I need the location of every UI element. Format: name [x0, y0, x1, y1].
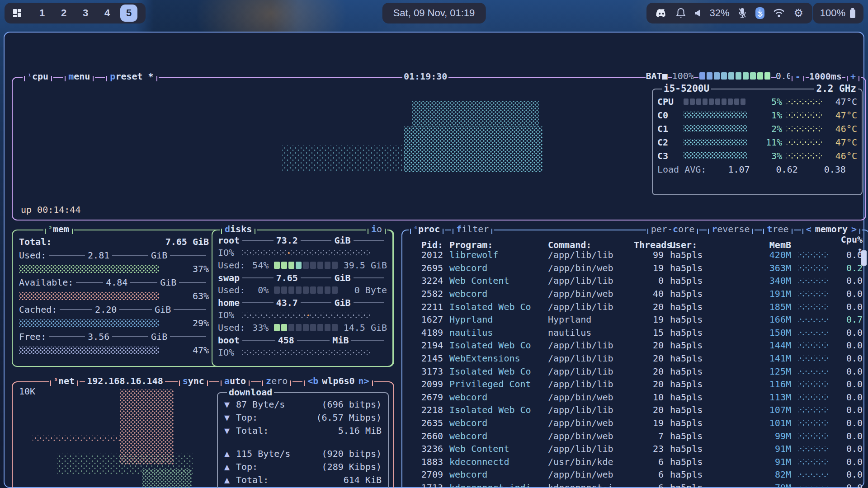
process-row[interactable]: 1627HyprlandHyprland19ha5pls166M0.7 [407, 313, 857, 326]
process-row[interactable]: 2218Isolated Web Co/app/lib/lib20ha5pls1… [407, 404, 857, 417]
process-row[interactable]: 1713kdeconnect-indikdeconnect-i6ha5pls79… [407, 481, 857, 488]
threads-cell: 15 [634, 327, 664, 338]
memory-cell: 185M [731, 301, 791, 312]
process-row[interactable]: 2709webcord/app/bin/web6ha5pls82M0.0 [407, 468, 857, 481]
mem-usage-meter [19, 292, 159, 300]
discord-icon[interactable] [656, 9, 667, 18]
process-row[interactable]: 3224Web Content/app/lib/lib0ha5pls340M0.… [407, 274, 857, 287]
threads-cell: 19 [634, 263, 664, 273]
cpu-percent-cell: 0.0 [835, 327, 863, 338]
sync-button[interactable]: sync [178, 375, 209, 386]
mic-muted-icon[interactable] [738, 8, 747, 19]
core-temperature: 47°C [826, 96, 857, 107]
command-cell: Hyprland [548, 314, 634, 325]
workspace-button-1[interactable]: 1 [33, 5, 51, 22]
process-row[interactable]: 2012librewolf/app/lib/lib99ha5pls420M0.0 [407, 249, 857, 262]
process-row[interactable]: 2679webcord/app/bin/web10ha5pls113M0.0 [407, 391, 857, 404]
process-row[interactable]: 2635webcord/app/bin/web19ha5pls101M0.0 [407, 417, 857, 430]
disk-io-graph [242, 313, 370, 318]
program-cell: webcord [443, 431, 548, 441]
cpu-history-graph [791, 459, 835, 465]
process-row[interactable]: 2695webcord/app/bin/web19ha5pls363M0.2 [407, 262, 857, 275]
tab-proc[interactable]: ⁴proc [409, 224, 445, 235]
cpu-usage-graph [404, 127, 542, 172]
program-cell: webcord [443, 288, 548, 299]
memory-cell: 91M [731, 456, 791, 467]
desktop: 12345 Sat, 09 Nov, 01:19 32% ⚙ [0, 0, 868, 488]
process-row[interactable]: 2211Isolated Web Co/app/lib/lib20ha5pls1… [407, 300, 857, 313]
process-row[interactable]: 1883kdeconnectd/usr/bin/kde6ha5pls91M0.0 [407, 455, 857, 469]
process-row[interactable]: 2194Isolated Web Co/app/lib/lib20ha5pls1… [407, 339, 857, 352]
process-row[interactable]: 2582webcord/app/bin/web40ha5pls191M0.0 [407, 287, 857, 300]
process-row[interactable]: 4189nautilusnautilus15ha5pls150M0.0 [407, 326, 857, 339]
core-name: C2 [657, 137, 684, 148]
program-cell: Isolated Web Co [443, 366, 548, 377]
load-avg-15m: 0.38 [824, 164, 846, 175]
process-row[interactable]: 3173Isolated Web Co/app/lib/lib20ha5pls1… [407, 365, 857, 378]
reverse-toggle[interactable]: reverse [707, 224, 755, 235]
disk-size-unit: MiB [332, 335, 349, 346]
app-launcher-icon[interactable] [13, 9, 22, 18]
disk-used-meter [274, 262, 338, 269]
threads-cell: 10 [634, 392, 664, 403]
workspace-button-4[interactable]: 4 [99, 5, 116, 22]
program-cell: webcord [443, 392, 548, 403]
pid-cell: 1713 [407, 482, 443, 488]
bluetooth-icon[interactable] [755, 7, 764, 19]
threads-cell: 19 [634, 418, 664, 428]
program-cell: Web Content [443, 275, 548, 286]
used-label: Used: [218, 260, 245, 271]
workspace-button-2[interactable]: 2 [55, 5, 72, 22]
memory-cell: 113M [731, 392, 791, 403]
process-scrollbar[interactable] [861, 250, 867, 266]
interval-minus-button[interactable]: - [790, 71, 806, 82]
tree-toggle[interactable]: tree [762, 224, 793, 235]
disk-size-unit: GiB [334, 235, 350, 246]
threads-cell: 20 [634, 353, 664, 364]
load-avg-5m: 0.62 [776, 164, 798, 175]
per-core-toggle[interactable]: per-core [646, 224, 699, 235]
process-row[interactable]: 2145WebExtensions/app/lib/lib20ha5pls141… [407, 352, 857, 365]
memory-cell: 363M [731, 263, 791, 273]
workspace-button-3[interactable]: 3 [77, 5, 94, 22]
battery-pill[interactable]: 100% [813, 3, 863, 23]
pid-cell: 1883 [407, 456, 443, 467]
interface-switcher[interactable]: <bwlp6s0n> [302, 375, 374, 386]
process-row[interactable]: 2660webcord/app/bin/web7ha5pls99M0.0 [407, 429, 857, 442]
notification-bell-icon[interactable] [676, 8, 686, 19]
cpu-percent-cell: 0.2 [835, 263, 863, 273]
user-cell: ha5pls [664, 366, 731, 377]
memory-cell: 125M [731, 366, 791, 377]
tab-mem[interactable]: ²mem [43, 224, 74, 235]
process-row[interactable]: 2099Privileged Cont/app/lib/lib20ha5pls1… [407, 378, 857, 391]
menu-button[interactable]: menu [63, 71, 95, 82]
sort-column-switcher[interactable]: <memory> [801, 224, 862, 235]
threads-cell: 99 [634, 249, 664, 260]
mem-stat-unit: GiB [151, 331, 167, 342]
download-stat-label: Total: [236, 425, 269, 436]
preset-button[interactable]: preset * [105, 71, 158, 82]
pid-cell: 1627 [407, 314, 443, 325]
volume-icon[interactable] [694, 9, 701, 17]
clock[interactable]: Sat, 09 Nov, 01:19 [382, 3, 486, 23]
process-row[interactable]: 3236Web Content/app/lib/lib23ha5pls91M0.… [407, 442, 857, 455]
io-mode-button[interactable]: io [366, 224, 387, 235]
tab-disks[interactable]: disks [220, 224, 257, 235]
disk-size-unit: GiB [334, 297, 350, 308]
threads-cell: 7 [634, 431, 664, 441]
workspace-button-5[interactable]: 5 [120, 5, 137, 22]
cpu-history-graph [791, 446, 835, 451]
auto-button[interactable]: auto [219, 375, 251, 386]
interval-plus-button[interactable]: + [845, 71, 861, 82]
pid-cell: 2211 [407, 301, 443, 312]
disk-name-row: swap7.65GiB [218, 272, 387, 284]
core-temp-graph [782, 113, 826, 118]
zero-button[interactable]: zero [261, 375, 292, 386]
battery-icon [849, 8, 856, 19]
tab-cpu[interactable]: ¹cpu [23, 71, 53, 82]
user-cell: ha5pls [664, 379, 731, 389]
wifi-icon[interactable] [773, 9, 785, 18]
tab-net[interactable]: ³net [49, 375, 80, 386]
settings-gear-icon[interactable]: ⚙ [793, 7, 803, 19]
filter-button[interactable]: filter [451, 224, 494, 235]
